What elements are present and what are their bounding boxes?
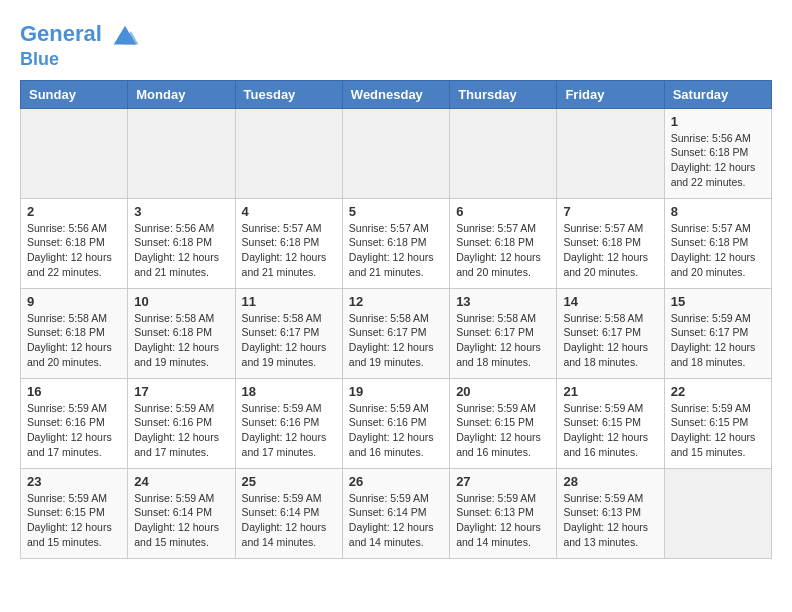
day-number: 11 — [242, 294, 336, 309]
day-info: Sunrise: 5:59 AM Sunset: 6:16 PM Dayligh… — [242, 401, 336, 460]
day-info: Sunrise: 5:59 AM Sunset: 6:16 PM Dayligh… — [349, 401, 443, 460]
calendar-cell: 10Sunrise: 5:58 AM Sunset: 6:18 PM Dayli… — [128, 288, 235, 378]
day-number: 17 — [134, 384, 228, 399]
calendar-cell: 11Sunrise: 5:58 AM Sunset: 6:17 PM Dayli… — [235, 288, 342, 378]
day-number: 8 — [671, 204, 765, 219]
day-number: 21 — [563, 384, 657, 399]
logo: General Blue — [20, 20, 140, 70]
day-info: Sunrise: 5:59 AM Sunset: 6:14 PM Dayligh… — [349, 491, 443, 550]
calendar-week-row: 2Sunrise: 5:56 AM Sunset: 6:18 PM Daylig… — [21, 198, 772, 288]
day-number: 3 — [134, 204, 228, 219]
calendar-cell: 9Sunrise: 5:58 AM Sunset: 6:18 PM Daylig… — [21, 288, 128, 378]
day-number: 24 — [134, 474, 228, 489]
day-info: Sunrise: 5:59 AM Sunset: 6:16 PM Dayligh… — [134, 401, 228, 460]
day-number: 5 — [349, 204, 443, 219]
day-number: 14 — [563, 294, 657, 309]
calendar-cell: 4Sunrise: 5:57 AM Sunset: 6:18 PM Daylig… — [235, 198, 342, 288]
day-number: 9 — [27, 294, 121, 309]
calendar-cell: 5Sunrise: 5:57 AM Sunset: 6:18 PM Daylig… — [342, 198, 449, 288]
day-info: Sunrise: 5:58 AM Sunset: 6:17 PM Dayligh… — [563, 311, 657, 370]
calendar-cell — [557, 108, 664, 198]
calendar-cell: 22Sunrise: 5:59 AM Sunset: 6:15 PM Dayli… — [664, 378, 771, 468]
calendar-cell: 16Sunrise: 5:59 AM Sunset: 6:16 PM Dayli… — [21, 378, 128, 468]
calendar-week-row: 23Sunrise: 5:59 AM Sunset: 6:15 PM Dayli… — [21, 468, 772, 558]
day-info: Sunrise: 5:59 AM Sunset: 6:13 PM Dayligh… — [456, 491, 550, 550]
day-number: 19 — [349, 384, 443, 399]
day-number: 27 — [456, 474, 550, 489]
day-number: 23 — [27, 474, 121, 489]
calendar-cell — [235, 108, 342, 198]
calendar-cell: 18Sunrise: 5:59 AM Sunset: 6:16 PM Dayli… — [235, 378, 342, 468]
calendar-cell: 6Sunrise: 5:57 AM Sunset: 6:18 PM Daylig… — [450, 198, 557, 288]
day-number: 2 — [27, 204, 121, 219]
day-number: 25 — [242, 474, 336, 489]
calendar-cell — [128, 108, 235, 198]
calendar-header-row: SundayMondayTuesdayWednesdayThursdayFrid… — [21, 80, 772, 108]
day-info: Sunrise: 5:56 AM Sunset: 6:18 PM Dayligh… — [27, 221, 121, 280]
day-info: Sunrise: 5:57 AM Sunset: 6:18 PM Dayligh… — [671, 221, 765, 280]
day-number: 16 — [27, 384, 121, 399]
day-info: Sunrise: 5:59 AM Sunset: 6:15 PM Dayligh… — [563, 401, 657, 460]
day-number: 4 — [242, 204, 336, 219]
calendar-cell — [664, 468, 771, 558]
calendar-cell: 8Sunrise: 5:57 AM Sunset: 6:18 PM Daylig… — [664, 198, 771, 288]
day-number: 28 — [563, 474, 657, 489]
day-info: Sunrise: 5:59 AM Sunset: 6:14 PM Dayligh… — [242, 491, 336, 550]
col-header-saturday: Saturday — [664, 80, 771, 108]
day-number: 18 — [242, 384, 336, 399]
day-info: Sunrise: 5:59 AM Sunset: 6:15 PM Dayligh… — [27, 491, 121, 550]
calendar-cell — [342, 108, 449, 198]
day-info: Sunrise: 5:58 AM Sunset: 6:17 PM Dayligh… — [242, 311, 336, 370]
day-info: Sunrise: 5:59 AM Sunset: 6:14 PM Dayligh… — [134, 491, 228, 550]
day-info: Sunrise: 5:57 AM Sunset: 6:18 PM Dayligh… — [349, 221, 443, 280]
day-info: Sunrise: 5:59 AM Sunset: 6:16 PM Dayligh… — [27, 401, 121, 460]
calendar-cell: 24Sunrise: 5:59 AM Sunset: 6:14 PM Dayli… — [128, 468, 235, 558]
col-header-thursday: Thursday — [450, 80, 557, 108]
calendar-cell: 13Sunrise: 5:58 AM Sunset: 6:17 PM Dayli… — [450, 288, 557, 378]
day-info: Sunrise: 5:57 AM Sunset: 6:18 PM Dayligh… — [242, 221, 336, 280]
day-info: Sunrise: 5:57 AM Sunset: 6:18 PM Dayligh… — [563, 221, 657, 280]
col-header-tuesday: Tuesday — [235, 80, 342, 108]
day-number: 22 — [671, 384, 765, 399]
col-header-sunday: Sunday — [21, 80, 128, 108]
day-number: 7 — [563, 204, 657, 219]
calendar-cell — [21, 108, 128, 198]
calendar-cell: 14Sunrise: 5:58 AM Sunset: 6:17 PM Dayli… — [557, 288, 664, 378]
calendar-cell: 28Sunrise: 5:59 AM Sunset: 6:13 PM Dayli… — [557, 468, 664, 558]
calendar-cell: 27Sunrise: 5:59 AM Sunset: 6:13 PM Dayli… — [450, 468, 557, 558]
calendar-cell: 17Sunrise: 5:59 AM Sunset: 6:16 PM Dayli… — [128, 378, 235, 468]
calendar-cell — [450, 108, 557, 198]
logo-text: General — [20, 20, 140, 50]
day-info: Sunrise: 5:58 AM Sunset: 6:18 PM Dayligh… — [27, 311, 121, 370]
calendar-table: SundayMondayTuesdayWednesdayThursdayFrid… — [20, 80, 772, 559]
day-info: Sunrise: 5:58 AM Sunset: 6:18 PM Dayligh… — [134, 311, 228, 370]
day-number: 15 — [671, 294, 765, 309]
calendar-cell: 7Sunrise: 5:57 AM Sunset: 6:18 PM Daylig… — [557, 198, 664, 288]
day-number: 1 — [671, 114, 765, 129]
col-header-monday: Monday — [128, 80, 235, 108]
calendar-cell: 1Sunrise: 5:56 AM Sunset: 6:18 PM Daylig… — [664, 108, 771, 198]
calendar-cell: 12Sunrise: 5:58 AM Sunset: 6:17 PM Dayli… — [342, 288, 449, 378]
calendar-cell: 20Sunrise: 5:59 AM Sunset: 6:15 PM Dayli… — [450, 378, 557, 468]
day-info: Sunrise: 5:57 AM Sunset: 6:18 PM Dayligh… — [456, 221, 550, 280]
day-info: Sunrise: 5:59 AM Sunset: 6:13 PM Dayligh… — [563, 491, 657, 550]
calendar-cell: 19Sunrise: 5:59 AM Sunset: 6:16 PM Dayli… — [342, 378, 449, 468]
calendar-week-row: 1Sunrise: 5:56 AM Sunset: 6:18 PM Daylig… — [21, 108, 772, 198]
col-header-friday: Friday — [557, 80, 664, 108]
day-info: Sunrise: 5:58 AM Sunset: 6:17 PM Dayligh… — [349, 311, 443, 370]
day-info: Sunrise: 5:56 AM Sunset: 6:18 PM Dayligh… — [671, 131, 765, 190]
day-number: 10 — [134, 294, 228, 309]
day-info: Sunrise: 5:59 AM Sunset: 6:15 PM Dayligh… — [456, 401, 550, 460]
day-info: Sunrise: 5:59 AM Sunset: 6:17 PM Dayligh… — [671, 311, 765, 370]
calendar-cell: 23Sunrise: 5:59 AM Sunset: 6:15 PM Dayli… — [21, 468, 128, 558]
day-info: Sunrise: 5:58 AM Sunset: 6:17 PM Dayligh… — [456, 311, 550, 370]
calendar-cell: 3Sunrise: 5:56 AM Sunset: 6:18 PM Daylig… — [128, 198, 235, 288]
calendar-week-row: 16Sunrise: 5:59 AM Sunset: 6:16 PM Dayli… — [21, 378, 772, 468]
calendar-cell: 2Sunrise: 5:56 AM Sunset: 6:18 PM Daylig… — [21, 198, 128, 288]
day-info: Sunrise: 5:56 AM Sunset: 6:18 PM Dayligh… — [134, 221, 228, 280]
page-header: General Blue — [20, 20, 772, 70]
day-number: 6 — [456, 204, 550, 219]
calendar-cell: 15Sunrise: 5:59 AM Sunset: 6:17 PM Dayli… — [664, 288, 771, 378]
calendar-week-row: 9Sunrise: 5:58 AM Sunset: 6:18 PM Daylig… — [21, 288, 772, 378]
day-number: 12 — [349, 294, 443, 309]
